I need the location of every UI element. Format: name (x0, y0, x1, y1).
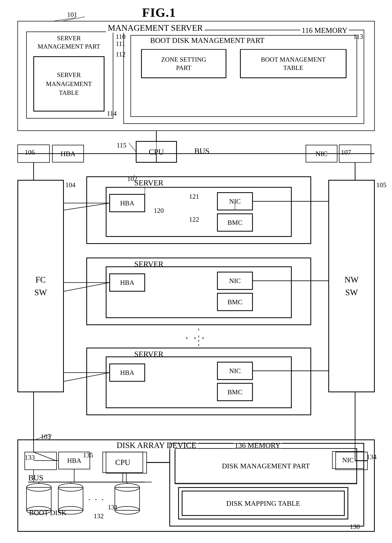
server-1-bmc-box: BMC (217, 214, 253, 231)
svg-rect-63 (27, 487, 51, 510)
ref-113: 113 (353, 33, 363, 40)
disk-2 (57, 482, 85, 517)
disk-dots: · · · (88, 494, 105, 505)
server-1-hba-box: HBA (109, 194, 145, 212)
ref-135: 135 (83, 451, 93, 459)
bus-bottom-label: BUS (28, 473, 43, 482)
disk-3 (113, 482, 141, 517)
memory-116-label: 116 MEMORY (300, 26, 349, 35)
server-management-part-label: SERVER MANAGEMENT PART (28, 33, 109, 52)
zone-setting-part-box: ZONE SETTING PART (141, 49, 226, 78)
ref-102: 102 (127, 175, 137, 183)
boot-disk-mgmt-label: BOOT DISK MANAGEMENT PART (150, 36, 264, 45)
server-3-hba-box: HBA (109, 364, 145, 381)
ref-130: 130 (350, 523, 360, 531)
nic-107-box: NIC (306, 145, 337, 163)
figure-title: FIG.1 (142, 5, 176, 20)
ref-111: 111 (116, 40, 125, 47)
ref-107: 107 (341, 148, 351, 156)
cpu-135-box: CPU (102, 452, 143, 473)
ref-103: 103 (41, 433, 51, 440)
boot-management-table-box: BOOT MANAGEMENT TABLE (240, 49, 346, 78)
ref-114: 114 (107, 109, 117, 117)
ref-104: 104 (65, 181, 75, 189)
ref-106: 106 (25, 148, 35, 156)
ref-132: 132 (94, 512, 104, 520)
ref-134: 134 (367, 453, 377, 461)
bus-top-label: BUS (194, 147, 210, 156)
ref-122: 122 (189, 215, 199, 223)
dots-indicator: · · · (186, 332, 206, 344)
ref-133: 133 (25, 453, 35, 461)
server-3-bmc-box: BMC (217, 383, 253, 401)
hba-106-box: HBA (52, 145, 84, 163)
server-management-table-box: SERVER MANAGEMENT TABLE (34, 57, 104, 111)
server-2-nic-box: NIC (217, 272, 253, 290)
ref-101: 101 (67, 11, 77, 18)
cpu-115-box: CPU (136, 141, 177, 163)
server-1-nic-box: NIC (217, 192, 253, 210)
ref-112: 112 (116, 50, 126, 58)
ref-105: 105 (376, 181, 386, 189)
disk-mapping-table-inner: DISK MAPPING TABLE (182, 491, 345, 516)
ref-115: 115 (117, 141, 126, 149)
disk-1 (25, 482, 53, 517)
server-2-hba-box: HBA (109, 274, 145, 291)
svg-rect-69 (115, 487, 140, 510)
svg-rect-66 (58, 487, 83, 510)
fc-sw-box: FC SW (18, 180, 64, 392)
ref-121: 121 (189, 192, 199, 200)
nw-sw-box: NW SW (329, 180, 375, 392)
management-server-label: MANAGEMENT SERVER (106, 23, 205, 33)
server-1-label: SERVER (134, 178, 163, 187)
svg-line-60 (129, 143, 136, 152)
ref-120: 120 (154, 207, 164, 214)
server-2-bmc-box: BMC (217, 293, 253, 311)
ref-110: 110 (116, 33, 126, 40)
server-3-nic-box: NIC (217, 362, 253, 380)
disk-management-part-box: DISK MANAGEMENT PART (175, 448, 357, 483)
